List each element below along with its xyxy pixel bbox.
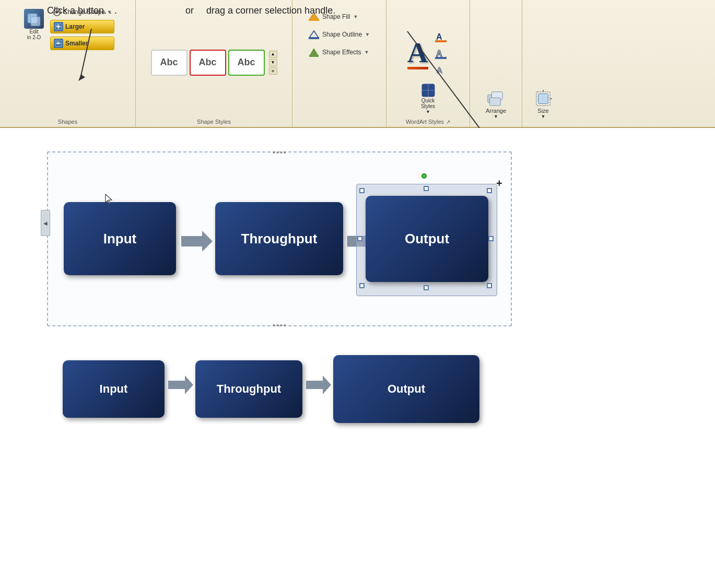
style-preset-2[interactable]: Abc bbox=[190, 50, 226, 76]
arrange-button[interactable]: Arrange ▼ bbox=[481, 86, 511, 123]
style-scroll-arrows: ▲ ▼ ≡ bbox=[269, 51, 277, 75]
svg-rect-14 bbox=[309, 37, 319, 39]
wordart-text-fill-button[interactable]: A bbox=[432, 30, 449, 44]
bottom-input-box[interactable]: Input bbox=[63, 360, 165, 418]
style-preset-list: Abc Abc Abc bbox=[151, 50, 265, 76]
style-scroll-up[interactable]: ▲ bbox=[269, 51, 277, 58]
wordart-text-outline-button[interactable]: A bbox=[432, 46, 449, 61]
svg-rect-15 bbox=[309, 55, 319, 57]
size-section-arrow[interactable]: ▼ bbox=[541, 114, 546, 119]
quick-styles-arrow[interactable]: ▼ bbox=[426, 109, 430, 114]
wordart-styles-section: A A A bbox=[386, 0, 470, 127]
style-preset-row: Abc Abc Abc bbox=[151, 50, 265, 76]
diagram-container-top[interactable]: Input Throughput Output bbox=[47, 151, 512, 326]
size-button[interactable]: Size ▼ bbox=[529, 86, 557, 123]
change-shape-label: Change Shape bbox=[63, 8, 105, 16]
svg-rect-13 bbox=[309, 19, 319, 21]
change-shape-dropdown-arrow[interactable]: ▼ bbox=[107, 9, 112, 15]
shape-effects-button[interactable]: Shape Effects ▼ bbox=[306, 45, 372, 60]
shapes-section: Edit in 2-D Change Shape ▼ bbox=[0, 0, 136, 127]
wordart-text-outline-icon: A bbox=[435, 48, 447, 60]
quick-styles-group: Quick Styles ▼ bbox=[417, 81, 439, 116]
larger-button[interactable]: Larger bbox=[50, 20, 114, 33]
svg-text:A: A bbox=[436, 32, 442, 41]
bottom-arrow-2 bbox=[304, 373, 333, 397]
quick-styles-icon bbox=[421, 83, 436, 98]
size-icon bbox=[534, 90, 553, 108]
shape-outline-label: Shape Outline bbox=[322, 31, 362, 38]
shape-effects-icon bbox=[309, 47, 319, 57]
shape-outline-button[interactable]: Shape Outline ▼ bbox=[306, 27, 372, 42]
smaller-label: Smaller bbox=[65, 40, 88, 47]
top-input-box[interactable]: Input bbox=[64, 202, 176, 275]
larger-icon bbox=[54, 22, 63, 31]
smaller-icon bbox=[54, 39, 63, 48]
wordart-underline bbox=[407, 67, 428, 69]
shape-options-section: Shape Fill ▼ Shape Outline ▼ bbox=[292, 0, 386, 127]
canvas-area: Input Throughput Output bbox=[0, 128, 715, 588]
edit-2d-icon bbox=[24, 9, 44, 29]
handle-tr[interactable] bbox=[487, 188, 492, 193]
smaller-button[interactable]: Smaller bbox=[50, 37, 114, 50]
wordart-text-effects-icon: A A bbox=[435, 65, 447, 76]
svg-rect-11 bbox=[56, 41, 60, 44]
shape-styles-section: Abc Abc Abc ▲ ▼ ≡ Shape Styles bbox=[136, 0, 292, 127]
bottom-throughput-box[interactable]: Throughput bbox=[195, 360, 302, 418]
diagram-container-bottom: Input Throughput Output bbox=[47, 352, 512, 462]
bottom-output-box[interactable]: Output bbox=[333, 355, 479, 423]
shape-fill-icon bbox=[309, 11, 319, 22]
wordart-text-effects-button[interactable]: A A bbox=[432, 63, 449, 78]
shape-effects-arrow[interactable]: ▼ bbox=[365, 50, 369, 55]
svg-text:A: A bbox=[437, 67, 443, 76]
quick-styles-button[interactable]: Quick Styles ▼ bbox=[417, 81, 439, 116]
style-scroll-down[interactable]: ▼ bbox=[269, 59, 277, 66]
edit-2d-button[interactable]: Edit in 2-D bbox=[21, 6, 47, 43]
shape-outline-icon bbox=[309, 29, 319, 40]
shape-fill-label: Shape Fill bbox=[322, 13, 350, 20]
container-dots-top bbox=[273, 151, 286, 154]
wordart-styles-label: WordArt Styles ↗ bbox=[406, 119, 450, 126]
shape-fill-arrow[interactable]: ▼ bbox=[353, 14, 358, 19]
arrange-section: Arrange ▼ bbox=[470, 0, 522, 127]
svg-rect-7 bbox=[56, 25, 60, 28]
svg-rect-17 bbox=[435, 40, 447, 42]
shape-effects-label: Shape Effects bbox=[322, 49, 361, 56]
shapes-section-label: Shapes bbox=[58, 119, 77, 126]
shape-outline-arrow[interactable]: ▼ bbox=[365, 32, 370, 37]
svg-text:A: A bbox=[436, 49, 442, 58]
change-shape-button[interactable]: Change Shape ▼ bbox=[50, 6, 114, 18]
style-preset-3[interactable]: Abc bbox=[228, 50, 265, 76]
handle-ml[interactable] bbox=[357, 236, 362, 241]
wordart-A-group: A bbox=[407, 38, 428, 69]
handle-bl[interactable] bbox=[359, 283, 365, 288]
wordart-expand-icon[interactable]: ↗ bbox=[446, 119, 450, 125]
svg-rect-30 bbox=[538, 94, 548, 104]
size-section: Size ▼ bbox=[522, 0, 564, 127]
arrange-icon bbox=[486, 90, 505, 108]
bottom-arrow-1 bbox=[166, 373, 195, 397]
arrange-arrow[interactable]: ▼ bbox=[494, 114, 498, 119]
container-dots-bottom bbox=[273, 324, 286, 326]
rotation-handle[interactable] bbox=[421, 173, 427, 179]
svg-rect-28 bbox=[490, 98, 501, 105]
larger-label: Larger bbox=[65, 23, 85, 30]
handle-tc[interactable] bbox=[424, 186, 429, 191]
left-scroll-handle[interactable]: ◀ bbox=[41, 210, 50, 236]
top-arrow-1 bbox=[179, 228, 215, 254]
handle-br[interactable] bbox=[487, 283, 492, 288]
handle-tl[interactable] bbox=[359, 188, 365, 193]
style-preset-1[interactable]: Abc bbox=[151, 50, 187, 76]
top-output-box[interactable]: Output bbox=[366, 196, 488, 282]
handle-mr[interactable] bbox=[488, 236, 494, 241]
style-more[interactable]: ≡ bbox=[269, 67, 277, 75]
handle-bc[interactable] bbox=[424, 285, 429, 290]
top-throughput-box[interactable]: Throughput bbox=[215, 202, 343, 275]
wordart-text-fill-icon: A bbox=[435, 31, 447, 43]
ribbon: Edit in 2-D Change Shape ▼ bbox=[0, 0, 715, 128]
resize-cursor-icon: + bbox=[496, 178, 502, 190]
shapes-controls: Change Shape ▼ Larger bbox=[50, 6, 114, 50]
wordart-A-text: A bbox=[407, 38, 428, 67]
shape-fill-button[interactable]: Shape Fill ▼ bbox=[306, 9, 372, 24]
change-shape-icon bbox=[53, 8, 61, 16]
shape-styles-section-label: Shape Styles bbox=[197, 119, 231, 126]
